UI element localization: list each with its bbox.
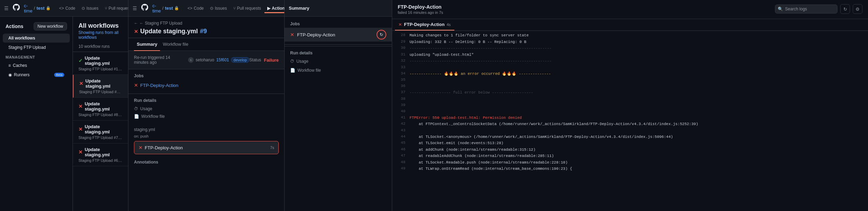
workflow-run-item[interactable]: ✕ Update staging.yml Staging FTP Upload … bbox=[73, 98, 128, 121]
topnav-panel1: ☰ c-time / test 🔒 <> Code bbox=[0, 0, 128, 17]
sidebar-item-runners[interactable]: ◉ Runners Beta bbox=[3, 70, 70, 79]
pulls-icon: ⑂ bbox=[105, 6, 107, 11]
topnav-links-p2: <> Code ⊙ Issues ⑂ Pull requests ▶ Actio… bbox=[185, 4, 285, 13]
hamburger-icon[interactable]: ☰ bbox=[4, 6, 9, 11]
tab-summary[interactable]: Summary bbox=[134, 38, 160, 51]
log-line: 46 at addChunk (node:internal/streams/re… bbox=[392, 147, 868, 153]
run-detail-workflow-p3[interactable]: 📄 Workflow file bbox=[285, 66, 392, 75]
log-line: 45 at TLSocket.emit (node:events:513:28) bbox=[392, 140, 868, 147]
workflow-run-item-selected[interactable]: ✕ Update staging.yml Staging FTP Upload … bbox=[73, 75, 128, 98]
panel-job-detail: Summary Jobs ✕ FTP-Deploy-Action ↻ bbox=[285, 0, 392, 211]
log-line-content: ----------------------------------------… bbox=[410, 45, 551, 51]
breadcrumb-panel1: c-time / test 🔒 bbox=[24, 3, 51, 14]
log-step-tabs: ✕ FTP-Deploy-Action 4s bbox=[392, 19, 868, 31]
workflow-count: 10 workflow runs bbox=[73, 43, 128, 52]
summary-tab-label[interactable]: Summary bbox=[289, 6, 309, 11]
org-name-p2[interactable]: c-time bbox=[152, 3, 161, 14]
all-workflows-label: All workflows bbox=[8, 36, 35, 41]
workflow-list-title: All workflows bbox=[78, 22, 123, 29]
log-line-content: at addChunk (node:internal/streams/reada… bbox=[410, 147, 536, 153]
nav-actions-p2[interactable]: ▶ Actions bbox=[264, 4, 285, 13]
new-workflow-button[interactable]: New workflow bbox=[34, 22, 67, 30]
usage-icon: ⏱ bbox=[134, 106, 138, 111]
org-name[interactable]: c-time bbox=[24, 3, 33, 14]
sidebar-item-caches[interactable]: ≡ Caches bbox=[3, 61, 70, 70]
ftp-job-item[interactable]: ✕ FTP-Deploy-Action 7s bbox=[134, 141, 279, 154]
ftp-job-name: ✕ FTP-Deploy-Action bbox=[138, 145, 183, 150]
hamburger-icon-p2[interactable]: ☰ bbox=[133, 6, 137, 11]
search-log-input[interactable] bbox=[775, 5, 837, 14]
repo-name[interactable]: test bbox=[36, 6, 44, 11]
workflow-list-subtitle[interactable]: Showing runs from all workflows bbox=[78, 30, 123, 40]
workflow-run-item[interactable]: ✕ Update staging.yml Staging FTP Upload … bbox=[73, 121, 128, 143]
run-name: ✕ Update staging.yml bbox=[79, 78, 123, 89]
log-line-number: 44 bbox=[395, 134, 405, 139]
refresh-log-button[interactable]: ↻ bbox=[840, 4, 850, 14]
staging-section: staging.yml on: push bbox=[134, 127, 279, 138]
github-logo-p2 bbox=[141, 4, 148, 12]
log-line: 33 bbox=[392, 64, 868, 71]
nav-code-p2[interactable]: <> Code bbox=[185, 4, 207, 13]
issues-icon: ⊙ bbox=[82, 6, 85, 11]
jobs-header: Jobs ✕ FTP-Deploy-Action ↻ bbox=[285, 17, 392, 43]
log-line: 28Making changes to 1 file/folder to syn… bbox=[392, 32, 868, 39]
log-line-content: at FTPContext._onControlSocketData (/hom… bbox=[410, 121, 698, 127]
usage-icon-p3: ⏱ bbox=[290, 59, 294, 64]
workflow-runs-list: ✓ Update staging.yml Staging FTP Upload … bbox=[73, 52, 128, 211]
nav-pulls-p2[interactable]: ⑂ Pull requests bbox=[230, 4, 264, 13]
staging-trigger-label: on: push bbox=[134, 134, 279, 138]
search-log-icon: 🔍 bbox=[778, 7, 783, 11]
log-line: 44 at TLSocket.<anonymous> (/home/runner… bbox=[392, 134, 868, 140]
tab-workflow-file[interactable]: Workflow file bbox=[160, 38, 191, 51]
workflow-run-item[interactable]: ✕ Update staging.yml Staging FTP Upload … bbox=[73, 143, 128, 166]
nav-issues[interactable]: ⊙ Issues bbox=[79, 4, 101, 13]
run-detail-workflow-file[interactable]: 📄 Workflow file bbox=[134, 113, 279, 120]
run-title: ✕ Update staging.yml #9 bbox=[134, 28, 279, 35]
management-label: Management bbox=[0, 52, 73, 61]
settings-log-button[interactable]: ⚙ bbox=[853, 4, 862, 14]
log-line: 47 at readableAddChunk (node:internal/st… bbox=[392, 153, 868, 159]
job-list-item-ftp[interactable]: ✕ FTP-Deploy-Action ↻ bbox=[285, 28, 392, 42]
workflow-file-icon: 📄 bbox=[134, 114, 139, 119]
log-line: 39 bbox=[392, 102, 868, 108]
rerun-user: s setoharuo 15f601 develop bbox=[188, 57, 250, 63]
github-logo bbox=[13, 4, 20, 12]
run-detail-content: Re-run triggered 14 minutes ago s setoha… bbox=[128, 51, 284, 211]
job-item[interactable]: ✕ FTP-Deploy-Action bbox=[134, 81, 279, 89]
topnav-panel2: ☰ c-time / test 🔒 <> Code bbox=[128, 0, 284, 17]
workflow-run-item[interactable]: ✓ Update staging.yml Staging FTP Upload … bbox=[73, 52, 128, 75]
log-line-content: at TLSocket.Readable.push (node:internal… bbox=[410, 160, 567, 166]
run-detail-usage[interactable]: ⏱ Usage bbox=[134, 105, 279, 113]
log-line-number: 49 bbox=[395, 166, 405, 170]
nav-code[interactable]: <> Code bbox=[56, 4, 78, 13]
log-line: 29Uploading: 332 B -- Deleting: 0 B -- R… bbox=[392, 39, 868, 45]
lock-icon: 🔒 bbox=[46, 6, 51, 10]
rerun-info: Re-run triggered 14 minutes ago s setoha… bbox=[128, 51, 284, 69]
job-status-icon-p3: ✕ bbox=[290, 32, 294, 37]
caches-icon: ≡ bbox=[8, 63, 11, 68]
refresh-circle-button[interactable]: ↻ bbox=[377, 30, 386, 39]
run-status-icon: ✕ bbox=[134, 29, 138, 34]
repo-name-p2[interactable]: test bbox=[165, 6, 173, 11]
log-line: 35 bbox=[392, 77, 868, 83]
log-line-content: -------------- 🔥🔥🔥 an error occurred 🔥🔥🔥… bbox=[410, 71, 551, 77]
beta-badge: Beta bbox=[54, 73, 64, 77]
sidebar-item-staging-ftp[interactable]: Staging FTP Upload bbox=[3, 43, 70, 52]
log-line-number: 48 bbox=[395, 160, 405, 164]
run-meta: Staging FTP Upload #10: Commit #7... bbox=[78, 67, 123, 71]
log-line-content: FTPError: 550 upload-test.html: Permissi… bbox=[410, 115, 522, 121]
workflow-icon-p3: 📄 bbox=[290, 68, 295, 73]
back-link[interactable]: ← ← Staging FTP Upload bbox=[134, 21, 279, 26]
run-name: ✕ Update staging.yml bbox=[78, 124, 123, 134]
run-meta: Staging FTP Upload #9: Commit #15... bbox=[79, 90, 123, 94]
nav-pulls[interactable]: ⑂ Pull requests bbox=[102, 4, 128, 13]
branch-badge[interactable]: develop bbox=[231, 57, 250, 63]
status-fail-icon: ✕ bbox=[78, 149, 83, 155]
run-meta: Staging FTP Upload #8: Commit c0e... bbox=[78, 113, 123, 117]
nav-issues-p2[interactable]: ⊙ Issues bbox=[207, 4, 230, 13]
run-detail-usage-p3[interactable]: ⏱ Usage bbox=[285, 57, 392, 66]
sidebar-item-all-workflows[interactable]: All workflows bbox=[3, 34, 70, 43]
log-step-tab-ftp[interactable]: ✕ FTP-Deploy-Action 4s bbox=[395, 19, 454, 30]
log-line: 41FTPError: 550 upload-test.html: Permis… bbox=[392, 115, 868, 121]
panel-log-viewer: FTP-Deploy-Action failed 16 minutes ago … bbox=[392, 0, 868, 211]
